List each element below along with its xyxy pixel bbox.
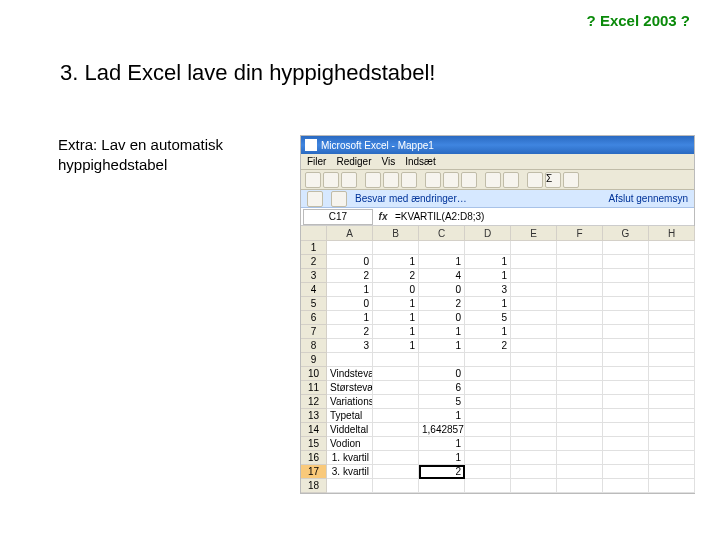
cell[interactable]: 1: [419, 325, 465, 339]
cell[interactable]: 1: [465, 269, 511, 283]
cell[interactable]: [511, 255, 557, 269]
cell[interactable]: 1: [373, 311, 419, 325]
cell[interactable]: [511, 241, 557, 255]
row-header[interactable]: 4: [301, 283, 327, 297]
print-icon[interactable]: [365, 172, 381, 188]
cell[interactable]: [557, 409, 603, 423]
cell[interactable]: [373, 479, 419, 493]
cell[interactable]: [511, 339, 557, 353]
cell[interactable]: [603, 423, 649, 437]
cell[interactable]: [557, 339, 603, 353]
row-header[interactable]: 12: [301, 395, 327, 409]
col-B[interactable]: B: [373, 226, 419, 241]
cell[interactable]: [511, 283, 557, 297]
row-header[interactable]: 15: [301, 437, 327, 451]
cell[interactable]: [511, 395, 557, 409]
cell[interactable]: 1: [327, 311, 373, 325]
undo-icon[interactable]: [485, 172, 501, 188]
cell[interactable]: [465, 423, 511, 437]
preview-icon[interactable]: [383, 172, 399, 188]
cell[interactable]: 0: [373, 283, 419, 297]
cell[interactable]: [419, 241, 465, 255]
review-end[interactable]: Afslut gennemsyn: [609, 193, 689, 204]
cell[interactable]: [603, 479, 649, 493]
cell[interactable]: [511, 311, 557, 325]
cell[interactable]: 3: [327, 339, 373, 353]
cell[interactable]: 2: [327, 269, 373, 283]
cell[interactable]: [511, 409, 557, 423]
row-header[interactable]: 14: [301, 423, 327, 437]
open-icon[interactable]: [323, 172, 339, 188]
cell[interactable]: 5: [465, 311, 511, 325]
row-header[interactable]: 13: [301, 409, 327, 423]
cell[interactable]: [373, 423, 419, 437]
row-header[interactable]: 1: [301, 241, 327, 255]
cell[interactable]: Vodion: [327, 437, 373, 451]
col-H[interactable]: H: [649, 226, 695, 241]
cell[interactable]: 1: [373, 255, 419, 269]
cell[interactable]: [373, 381, 419, 395]
cell[interactable]: [511, 269, 557, 283]
cell[interactable]: [511, 297, 557, 311]
cell[interactable]: 1: [373, 297, 419, 311]
cell[interactable]: 5: [419, 395, 465, 409]
cell[interactable]: [373, 465, 419, 479]
cell[interactable]: [373, 395, 419, 409]
paste-icon[interactable]: [461, 172, 477, 188]
cell[interactable]: [649, 353, 695, 367]
cell[interactable]: [373, 367, 419, 381]
cell[interactable]: [557, 367, 603, 381]
redo-icon[interactable]: [503, 172, 519, 188]
col-E[interactable]: E: [511, 226, 557, 241]
cell[interactable]: [557, 451, 603, 465]
cell[interactable]: [603, 465, 649, 479]
cell[interactable]: [557, 353, 603, 367]
cell[interactable]: [511, 465, 557, 479]
cell[interactable]: [603, 325, 649, 339]
cell[interactable]: [373, 409, 419, 423]
cell[interactable]: [465, 437, 511, 451]
cell[interactable]: 6: [419, 381, 465, 395]
cell[interactable]: [557, 381, 603, 395]
cell[interactable]: [465, 465, 511, 479]
cell[interactable]: [649, 395, 695, 409]
cell[interactable]: [603, 339, 649, 353]
cell[interactable]: 0: [419, 311, 465, 325]
cell[interactable]: [603, 437, 649, 451]
cell[interactable]: 0: [419, 367, 465, 381]
cell[interactable]: 1: [419, 409, 465, 423]
cell[interactable]: 0: [419, 283, 465, 297]
cell[interactable]: [557, 283, 603, 297]
cell[interactable]: [557, 255, 603, 269]
cell[interactable]: [511, 367, 557, 381]
menu-insert[interactable]: Indsæt: [405, 156, 436, 167]
row-header[interactable]: 10: [301, 367, 327, 381]
cell[interactable]: [603, 311, 649, 325]
cell[interactable]: [603, 381, 649, 395]
row-header[interactable]: 8: [301, 339, 327, 353]
cell[interactable]: [327, 353, 373, 367]
sort-icon[interactable]: [527, 172, 543, 188]
cell[interactable]: Typetal: [327, 409, 373, 423]
row-header[interactable]: 2: [301, 255, 327, 269]
cell[interactable]: [465, 395, 511, 409]
cell[interactable]: [649, 479, 695, 493]
cell[interactable]: [465, 409, 511, 423]
cell[interactable]: [649, 297, 695, 311]
cell[interactable]: [327, 479, 373, 493]
cell[interactable]: Viddeltal: [327, 423, 373, 437]
cell[interactable]: 4: [419, 269, 465, 283]
cell[interactable]: [603, 297, 649, 311]
cell[interactable]: [557, 395, 603, 409]
cell[interactable]: 3: [465, 283, 511, 297]
cell[interactable]: Vindsteværdi: [327, 367, 373, 381]
cell[interactable]: [465, 241, 511, 255]
cell[interactable]: 1: [419, 437, 465, 451]
cell[interactable]: 0: [327, 255, 373, 269]
cell[interactable]: [649, 269, 695, 283]
cell[interactable]: 3. kvartil: [327, 465, 373, 479]
cell[interactable]: [649, 423, 695, 437]
cell[interactable]: [557, 241, 603, 255]
col-C[interactable]: C: [419, 226, 465, 241]
corner-cell[interactable]: [301, 226, 327, 241]
